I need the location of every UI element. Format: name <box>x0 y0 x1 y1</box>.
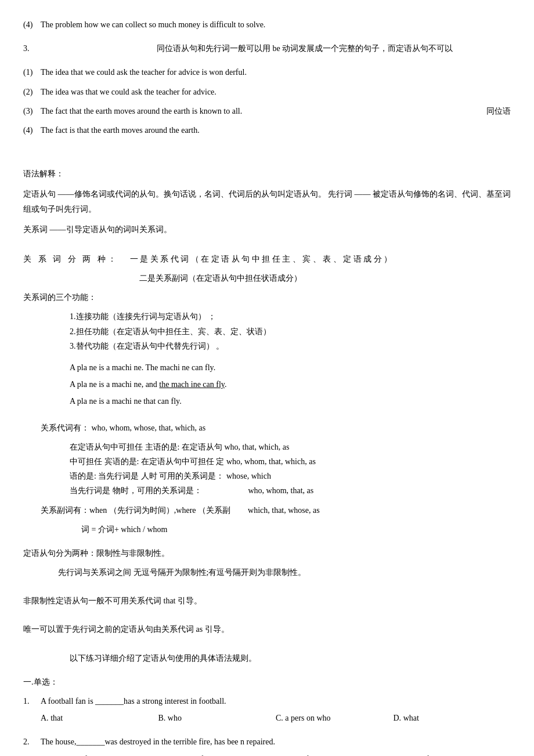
guanxi-title: 关 系 词 分 两 种： <box>23 252 118 266</box>
plane-ex-3: A pla ne is a machi ne that can fly. <box>23 394 511 408</box>
grammar-title: 语法解释： <box>23 167 511 181</box>
item-4: (4) The problem how we can collect so mu… <box>23 17 511 32</box>
guanxi-func-1: 1.连接功能（连接先行词与定语从句） ； <box>23 309 511 324</box>
q1-options: A. that B. who C. a pers on who D. what <box>23 711 511 725</box>
cidai-detail-1: 在定语从句中可担任 主语的是: 在定语从句 who, that, which, … <box>23 440 511 454</box>
plane-ex-2: A pla ne is a machi ne, and the mach ine… <box>23 377 511 392</box>
item-4-num: (4) <box>23 17 41 32</box>
example-3: (3) The fact that the earth moves around… <box>23 104 511 118</box>
ex3-num: (3) <box>23 104 41 118</box>
q2-text: The house,_______was destroyed in the te… <box>41 735 511 749</box>
item-4-text: The problem how we can collect so much m… <box>41 17 265 32</box>
page-content: (4) The problem how we can collect so mu… <box>23 17 511 756</box>
q2-options: A. whose roof B. which roof C. its roof … <box>23 752 511 756</box>
guanxi-func-2: 2.担任功能（在定语从句中担任主、宾、表、定、状语） <box>23 324 511 339</box>
cidai-detail-3: 语的是: 当先行词是 人时 可用的关系词是： whose, which <box>23 469 511 483</box>
guanxi-3-title: 关系词的三个功能： <box>23 290 511 305</box>
plane-ex-2-underline: the mach ine can fly <box>159 380 225 389</box>
ex4-text: The fact is that the earth moves around … <box>41 123 200 138</box>
question-1: 1. A football fan is _______has a strong… <box>23 694 511 708</box>
exercise-intro: 以下练习详细介绍了定语从句使用的具体语法规则。 <box>23 651 511 665</box>
plane-ex-1: A pla ne is a machi ne. The machi ne can… <box>23 360 511 375</box>
ex2-num: (2) <box>23 85 41 99</box>
q2-option-b: B. which roof <box>158 752 276 756</box>
q2-num: 2. <box>23 735 41 749</box>
guanxi-func-3: 3.替代功能（在定语从句中代替先行词） 。 <box>23 339 511 353</box>
ex1-num: (1) <box>23 65 41 79</box>
example-4: (4) The fact is that the earth moves aro… <box>23 123 511 138</box>
q1-text: A football fan is _______has a strong in… <box>41 694 511 708</box>
ex2-text: The idea was that we could ask the teach… <box>41 85 217 99</box>
dingyu-only: 唯一可以置于先行词之前的定语从句由关系代词 as 引导。 <box>23 622 511 636</box>
q1-option-c: C. a pers on who <box>276 711 394 725</box>
ex3-text: The fact that the earth moves around the… <box>41 104 463 118</box>
guanxi-type2: 二是关系副词（在定语从句中担任状语成分） <box>23 271 511 285</box>
fudai-detail: 词 = 介词+ which / whom <box>23 522 511 537</box>
guanxi-type1: 一 是 关 系 代 词 （ 在 定 语 从 句 中 担 任 主 、 宾 、 表 … <box>118 252 392 266</box>
grammar-para2: 关系词 ——引导定语从句的词叫关系词。 <box>23 222 511 237</box>
q1-num: 1. <box>23 694 41 708</box>
guanxi-cidai-title: 关系代词有： who, whom, whose, that, which, as <box>23 421 511 435</box>
q2-option-c: C. its roof <box>276 752 394 756</box>
guanxi-fudai: 关系副词有：when （先行词为时间）,where （关系副 which, th… <box>23 503 511 518</box>
grammar-para1: 定语从句 ——修饰名词或代词的从句。换句话说，名词、代词后的从句叫定语从句。 先… <box>23 187 511 216</box>
section-3-chinese: 同位语从句和先行词一般可以用 be 动词发展成一个完整的句子，而定语从句不可以 <box>41 41 453 56</box>
section-3-num: 3. <box>23 41 41 56</box>
q1-option-b: B. who <box>158 711 276 725</box>
example-1: (1) The idea that we could ask the teach… <box>23 65 511 79</box>
q2-option-d: D. the roof <box>394 752 511 756</box>
dingyu-types-title: 定语从句分为两种：限制性与非限制性。 <box>23 546 511 560</box>
cidai-detail-2: 中可担任 宾语的是: 在定语从句中可担任 定 who, whom, that, … <box>23 454 511 469</box>
example-2: (2) The idea was that we could ask the t… <box>23 85 511 99</box>
cidai-detail-4: 当先行词是 物时，可用的关系词是： who, whom, that, as <box>23 483 511 498</box>
q1-option-a: A. that <box>41 711 158 725</box>
section-3: 3. 同位语从句和先行词一般可以用 be 动词发展成一个完整的句子，而定语从句不… <box>23 41 511 56</box>
ex4-num: (4) <box>23 123 41 138</box>
dingyu-non-restrict: 非限制性定语从句一般不可用关系代词 that 引导。 <box>23 594 511 608</box>
danxuan-title: 一.单选： <box>23 675 511 689</box>
ex1-text: The idea that we could ask the teacher f… <box>41 65 247 79</box>
dingyu-restrict: 先行词与关系词之间 无逗号隔开为限制性;有逗号隔开则为非限制性。 <box>23 565 511 580</box>
q1-option-d: D. what <box>394 711 511 725</box>
question-2: 2. The house,_______was destroyed in the… <box>23 735 511 749</box>
guanxi-types: 关 系 词 分 两 种： 一 是 关 系 代 词 （ 在 定 语 从 句 中 担… <box>23 252 511 266</box>
q2-option-a: A. whose roof <box>41 752 158 756</box>
ex3-label: 同位语 <box>463 104 511 118</box>
